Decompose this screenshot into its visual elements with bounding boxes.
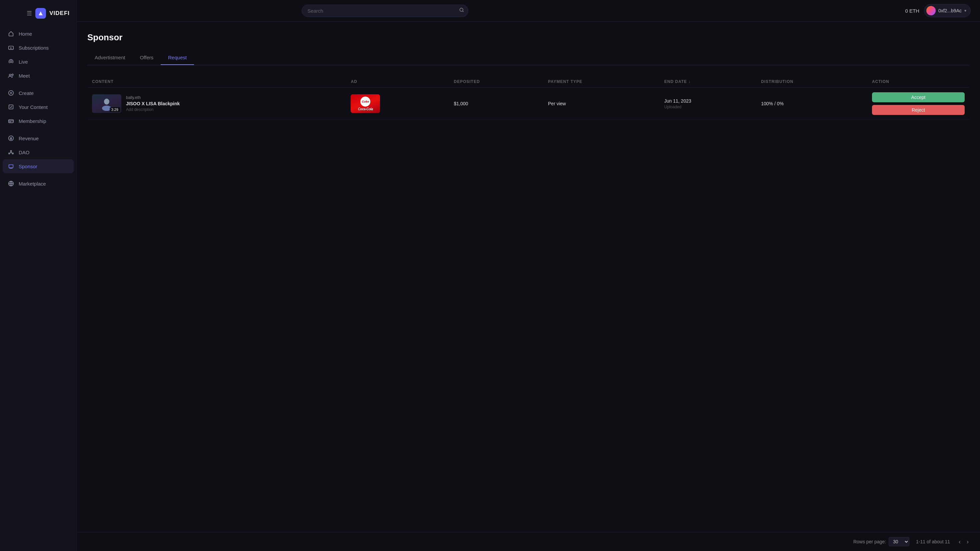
end-date-sub: Uploaded bbox=[664, 105, 752, 109]
dao-icon bbox=[7, 149, 15, 156]
rows-per-page-select[interactable]: 30 50 100 bbox=[889, 537, 909, 546]
user-chip[interactable]: 0xf2...b9Ac ▾ bbox=[924, 4, 970, 17]
tab-request[interactable]: Request bbox=[161, 51, 194, 65]
subscriptions-icon bbox=[7, 44, 15, 51]
svg-point-8 bbox=[10, 121, 11, 122]
sidebar-item-home[interactable]: Home bbox=[3, 27, 74, 41]
live-icon bbox=[7, 58, 15, 65]
sidebar-section-create: Create Your Content bbox=[3, 86, 74, 128]
rows-per-page-control: Rows per page: 30 50 100 bbox=[853, 537, 909, 546]
sponsor-icon bbox=[7, 163, 15, 170]
coca-cola-text: Coca-Cola bbox=[358, 107, 373, 111]
svg-point-14 bbox=[460, 8, 463, 11]
footer: Rows per page: 30 50 100 1-11 of about 1… bbox=[77, 532, 980, 551]
cell-deposited: $1,000 bbox=[449, 87, 544, 120]
sidebar-section-main: Home Subscriptions Live bbox=[3, 27, 74, 83]
sidebar-item-subscriptions[interactable]: Subscriptions bbox=[3, 41, 74, 55]
ad-thumbnail: Coke Coca-Cola bbox=[351, 94, 380, 113]
sidebar-item-dao[interactable]: DAO bbox=[3, 145, 74, 159]
avatar bbox=[926, 6, 935, 15]
your-content-icon bbox=[7, 103, 15, 111]
content-cell: 3:29 bally.eth JISOO X LISA Blackpink Ad… bbox=[92, 94, 341, 113]
rows-per-page-label: Rows per page: bbox=[853, 539, 886, 544]
app-name: VIDEFI bbox=[49, 10, 70, 17]
sidebar-item-live[interactable]: Live bbox=[3, 55, 74, 68]
sidebar-item-revenue[interactable]: Revenue bbox=[3, 131, 74, 145]
cell-ad: Coke Coca-Cola bbox=[346, 87, 449, 120]
col-deposited: DEPOSITED bbox=[449, 76, 544, 87]
col-end-date: END DATE ↓ bbox=[660, 76, 756, 87]
table-header-row: CONTENT Ad DEPOSITED PAYMENT TYPE END DA… bbox=[88, 76, 969, 87]
sidebar-item-marketplace-label: Marketplace bbox=[19, 181, 46, 187]
meet-icon bbox=[7, 72, 15, 79]
sidebar-nav: Home Subscriptions Live bbox=[0, 27, 76, 193]
sidebar-section-extra: Marketplace bbox=[3, 176, 74, 191]
reject-button[interactable]: Reject bbox=[872, 105, 965, 115]
table-container: CONTENT Ad DEPOSITED PAYMENT TYPE END DA… bbox=[88, 76, 969, 532]
coca-cola-thumb: Coke Coca-Cola bbox=[351, 94, 380, 113]
revenue-icon bbox=[7, 135, 15, 142]
col-ad: Ad bbox=[346, 76, 449, 87]
tab-advertisement[interactable]: Advertistment bbox=[88, 51, 133, 65]
sidebar-item-live-label: Live bbox=[19, 59, 28, 65]
svg-point-15 bbox=[104, 98, 109, 105]
svg-point-2 bbox=[10, 60, 12, 62]
main-panel: 0 ETH 0xf2...b9Ac ▾ Sponsor Advertistmen… bbox=[77, 0, 980, 551]
end-date-value: Jun 11, 2023 bbox=[664, 98, 752, 103]
cell-end-date: Jun 11, 2023 Uploaded bbox=[660, 87, 756, 120]
sidebar-item-sponsor[interactable]: Sponsor bbox=[3, 159, 74, 173]
sidebar: ☰ VIDEFI Home bbox=[0, 0, 77, 551]
sidebar-item-marketplace[interactable]: Marketplace bbox=[3, 176, 74, 191]
header: 0 ETH 0xf2...b9Ac ▾ bbox=[77, 0, 980, 22]
create-icon bbox=[7, 89, 15, 97]
tab-offers[interactable]: Offers bbox=[133, 51, 161, 65]
col-content: CONTENT bbox=[88, 76, 346, 87]
chevron-down-icon: ▾ bbox=[964, 8, 966, 13]
marketplace-icon bbox=[7, 180, 15, 187]
table-row: 3:29 bally.eth JISOO X LISA Blackpink Ad… bbox=[88, 87, 969, 120]
col-distribution: DISTRIBUTION bbox=[756, 76, 867, 87]
content-info: bally.eth JISOO X LISA Blackpink Add des… bbox=[126, 95, 180, 112]
sidebar-item-subscriptions-label: Subscriptions bbox=[19, 45, 49, 51]
sidebar-item-meet-label: Meet bbox=[19, 73, 30, 79]
pagination-info: 1-11 of about 11 bbox=[916, 539, 950, 544]
svg-rect-6 bbox=[9, 105, 13, 109]
svg-point-3 bbox=[10, 74, 11, 76]
prev-page-button[interactable]: ‹ bbox=[957, 538, 963, 546]
sidebar-item-create-label: Create bbox=[19, 90, 33, 96]
hamburger-icon[interactable]: ☰ bbox=[27, 10, 32, 17]
sidebar-item-sponsor-label: Sponsor bbox=[19, 164, 37, 169]
search-button[interactable] bbox=[459, 7, 465, 14]
svg-marker-0 bbox=[39, 11, 43, 15]
sponsor-table: CONTENT Ad DEPOSITED PAYMENT TYPE END DA… bbox=[88, 76, 969, 120]
sidebar-section-finance: Revenue DAO bbox=[3, 131, 74, 173]
svg-rect-7 bbox=[9, 120, 13, 122]
sidebar-item-your-content[interactable]: Your Content bbox=[3, 100, 74, 114]
sidebar-item-meet[interactable]: Meet bbox=[3, 68, 74, 83]
payment-type-value: Per view bbox=[548, 101, 566, 106]
tabs: Advertistment Offers Request bbox=[88, 51, 969, 65]
search-bar bbox=[302, 5, 468, 17]
content-thumbnail: 3:29 bbox=[92, 94, 121, 113]
sidebar-item-membership[interactable]: Membership bbox=[3, 114, 74, 128]
svg-point-10 bbox=[10, 151, 12, 152]
svg-point-9 bbox=[9, 136, 13, 141]
sidebar-item-your-content-label: Your Content bbox=[19, 104, 48, 110]
sidebar-item-home-label: Home bbox=[19, 31, 32, 37]
cell-action: Accept Reject bbox=[867, 87, 969, 120]
cell-content: 3:29 bally.eth JISOO X LISA Blackpink Ad… bbox=[88, 87, 346, 120]
sidebar-item-create[interactable]: Create bbox=[3, 86, 74, 100]
cell-distribution: 100% / 0% bbox=[756, 87, 867, 120]
content-title: JISOO X LISA Blackpink bbox=[126, 101, 180, 106]
search-input[interactable] bbox=[302, 5, 468, 17]
eth-balance: 0 ETH bbox=[905, 8, 920, 14]
home-icon bbox=[7, 30, 15, 37]
logo-icon bbox=[35, 8, 46, 19]
sidebar-item-revenue-label: Revenue bbox=[19, 136, 39, 141]
sidebar-item-dao-label: DAO bbox=[19, 149, 30, 155]
content-author: bally.eth bbox=[126, 95, 180, 100]
next-page-button[interactable]: › bbox=[965, 538, 970, 546]
pagination-buttons: ‹ › bbox=[957, 538, 970, 546]
page-title: Sponsor bbox=[88, 32, 969, 43]
accept-button[interactable]: Accept bbox=[872, 92, 965, 102]
